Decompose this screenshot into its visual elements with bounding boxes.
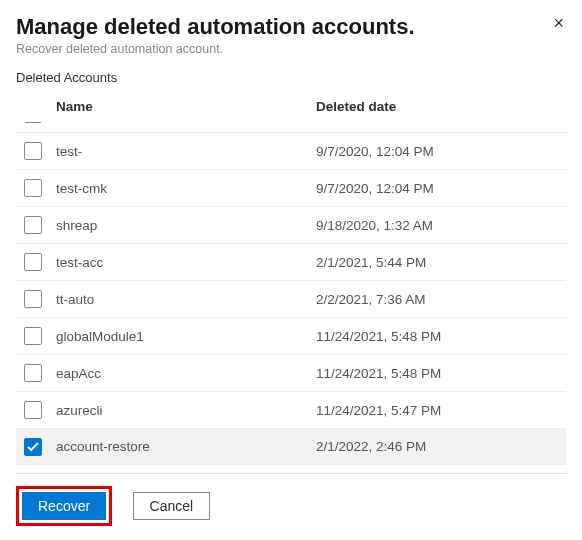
row-date: 2/2/2021, 7:36 AM	[316, 292, 566, 307]
page-subtitle: Recover deleted automation account.	[16, 42, 566, 56]
accounts-list[interactable]: shrlockboxtest9/7/2020, 12:04 PMtest-9/7…	[16, 122, 566, 465]
row-checkbox[interactable]	[24, 142, 42, 160]
row-name: azurecli	[56, 403, 316, 418]
row-name: test-cmk	[56, 181, 316, 196]
row-checkbox[interactable]	[24, 327, 42, 345]
table-header: Name Deleted date	[16, 91, 566, 122]
row-name: test-	[56, 144, 316, 159]
row-name: eapAcc	[56, 366, 316, 381]
table-row[interactable]: eapAcc11/24/2021, 5:48 PM	[16, 354, 566, 391]
table-row[interactable]: test-9/7/2020, 12:04 PM	[16, 132, 566, 169]
column-header-name[interactable]: Name	[56, 99, 316, 114]
footer: Recover Cancel	[16, 473, 566, 540]
row-checkbox[interactable]	[24, 364, 42, 382]
row-date: 9/7/2020, 12:04 PM	[316, 181, 566, 196]
recover-highlight: Recover	[16, 486, 112, 526]
row-checkbox[interactable]	[24, 290, 42, 308]
row-checkbox[interactable]	[24, 179, 42, 197]
table-row[interactable]: tt-auto2/2/2021, 7:36 AM	[16, 280, 566, 317]
row-date: 11/24/2021, 5:47 PM	[316, 403, 566, 418]
row-checkbox[interactable]	[24, 216, 42, 234]
table-row[interactable]: shreap9/18/2020, 1:32 AM	[16, 206, 566, 243]
row-name: globalModule1	[56, 329, 316, 344]
table-row[interactable]: account-restore2/1/2022, 2:46 PM	[16, 428, 566, 465]
row-name: tt-auto	[56, 292, 316, 307]
section-label: Deleted Accounts	[16, 70, 566, 85]
row-checkbox[interactable]	[24, 401, 42, 419]
cancel-button[interactable]: Cancel	[133, 492, 211, 520]
row-name: test-acc	[56, 255, 316, 270]
table-row[interactable]: shrlockboxtest9/7/2020, 12:04 PM	[16, 122, 566, 132]
recover-button[interactable]: Recover	[22, 492, 106, 520]
page-title: Manage deleted automation accounts.	[16, 14, 566, 40]
table-row[interactable]: test-cmk9/7/2020, 12:04 PM	[16, 169, 566, 206]
table-row[interactable]: globalModule111/24/2021, 5:48 PM	[16, 317, 566, 354]
table-row[interactable]: test-acc2/1/2021, 5:44 PM	[16, 243, 566, 280]
row-name: shreap	[56, 218, 316, 233]
row-date: 2/1/2022, 2:46 PM	[316, 439, 566, 454]
row-date: 9/18/2020, 1:32 AM	[316, 218, 566, 233]
row-date: 11/24/2021, 5:48 PM	[316, 366, 566, 381]
column-header-date[interactable]: Deleted date	[316, 99, 566, 114]
close-icon[interactable]: ×	[553, 14, 564, 32]
row-checkbox[interactable]	[24, 438, 42, 456]
row-date: 11/24/2021, 5:48 PM	[316, 329, 566, 344]
row-date: 9/7/2020, 12:04 PM	[316, 144, 566, 159]
row-date: 2/1/2021, 5:44 PM	[316, 255, 566, 270]
table-row[interactable]: azurecli11/24/2021, 5:47 PM	[16, 391, 566, 428]
row-checkbox[interactable]	[24, 122, 42, 123]
row-checkbox[interactable]	[24, 253, 42, 271]
row-name: account-restore	[56, 439, 316, 454]
